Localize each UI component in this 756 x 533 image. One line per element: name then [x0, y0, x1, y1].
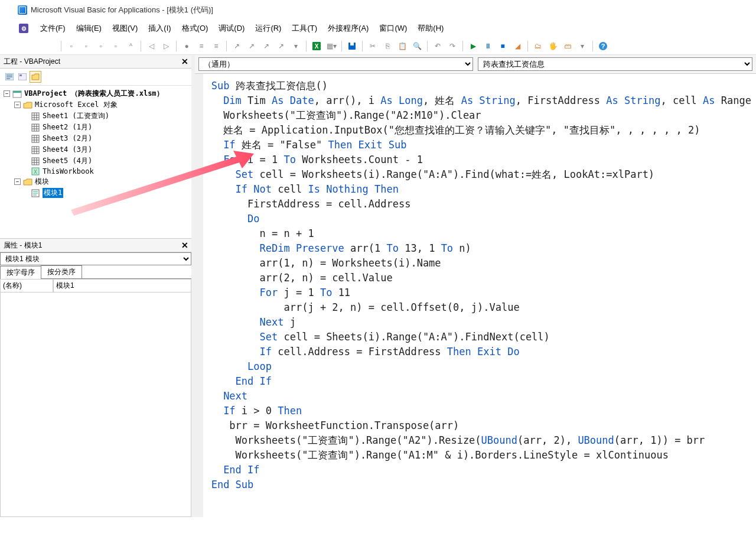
- copy-icon[interactable]: ⎘: [381, 40, 394, 53]
- menu-debug[interactable]: 调试(D): [214, 21, 249, 35]
- properties-icon[interactable]: 🖐: [546, 40, 559, 53]
- tree-sheet[interactable]: Sheet1 (工资查询): [4, 110, 188, 122]
- menu-addins[interactable]: 外接程序(A): [323, 21, 373, 35]
- tree-excel-objects[interactable]: − Microsoft Excel 对象: [4, 99, 188, 110]
- code-line[interactable]: If cell.Address = FirstAddress Then Exit…: [211, 344, 751, 359]
- code-line[interactable]: 姓名 = Application.InputBox("您想查找谁的工资？请输入关…: [211, 123, 751, 138]
- tree-sheet-label[interactable]: Sheet3 (2月): [43, 134, 92, 144]
- tree-excel-objects-label[interactable]: Microsoft Excel 对象: [35, 100, 118, 110]
- code-line[interactable]: Dim Tim As Date, arr(), i As Long, 姓名 As…: [211, 93, 751, 108]
- object-dropdown[interactable]: （通用）: [198, 57, 473, 71]
- save-icon[interactable]: [346, 40, 359, 53]
- menu-run[interactable]: 运行(R): [250, 21, 286, 35]
- code-line[interactable]: Worksheets("工资查询").Range("A2:M10").Clear: [211, 108, 751, 123]
- close-icon[interactable]: ✕: [180, 240, 190, 251]
- tool-btn-5[interactable]: ᴬ: [124, 40, 137, 53]
- tree-sheet-label[interactable]: Sheet4 (3月): [43, 145, 92, 155]
- code-editor[interactable]: Sub 跨表查找工资信息() Dim Tim As Date, arr(), i…: [195, 74, 756, 517]
- tree-root[interactable]: − VBAProject （跨表搜索人员工资.xlsm）: [4, 88, 188, 99]
- tool-btn-12[interactable]: ↗: [245, 40, 258, 53]
- tree-module1[interactable]: 模块1: [4, 187, 188, 199]
- tool-btn-3[interactable]: ▫: [94, 40, 107, 53]
- tree-sheet[interactable]: Sheet4 (3月): [4, 144, 188, 155]
- code-line[interactable]: n = n + 1: [211, 226, 751, 241]
- code-line[interactable]: If Not cell Is Nothing Then: [211, 182, 751, 197]
- dropdown-icon[interactable]: ▾: [576, 40, 589, 53]
- tree-sheet-label[interactable]: Sheet2 (1月): [43, 122, 92, 132]
- tool-btn-1[interactable]: ▫: [65, 40, 78, 53]
- tab-alphabetic[interactable]: 按字母序: [0, 266, 41, 279]
- code-line[interactable]: For j = 1 To 11: [211, 285, 751, 300]
- code-line[interactable]: If 姓名 = "False" Then Exit Sub: [211, 138, 751, 152]
- close-icon[interactable]: ✕: [180, 56, 190, 67]
- code-line[interactable]: Do: [211, 212, 751, 226]
- tool-btn-4[interactable]: ▫: [109, 40, 122, 53]
- collapse-icon[interactable]: −: [14, 178, 21, 185]
- view-object-icon[interactable]: [17, 71, 28, 83]
- tool-btn-15[interactable]: ▾: [289, 40, 302, 53]
- prop-name-value[interactable]: 模块1: [53, 279, 191, 292]
- design-icon[interactable]: ◢: [511, 40, 524, 53]
- project-icon[interactable]: 🗂: [532, 40, 545, 53]
- tool-btn-2[interactable]: ▫: [80, 40, 93, 53]
- code-line[interactable]: If i > 0 Then: [211, 404, 751, 418]
- menu-window[interactable]: 窗口(W): [374, 21, 412, 35]
- tree-modules-label[interactable]: 模块: [35, 177, 49, 187]
- code-line[interactable]: arr(1, n) = Worksheets(i).Name: [211, 256, 751, 271]
- tool-btn-10[interactable]: ≡: [210, 40, 223, 53]
- view-code-icon[interactable]: [4, 71, 15, 83]
- menu-insert[interactable]: 插入(I): [144, 21, 175, 35]
- tree-thisworkbook[interactable]: XThisWorkbook: [4, 167, 188, 176]
- code-line[interactable]: For i = 1 To Worksheets.Count - 1: [211, 152, 751, 167]
- tool-btn-11[interactable]: ↗: [230, 40, 243, 53]
- tool-btn-13[interactable]: ↗: [260, 40, 273, 53]
- menu-help[interactable]: 帮助(H): [413, 21, 448, 35]
- tree-module1-label[interactable]: 模块1: [43, 188, 63, 198]
- outdent-icon[interactable]: ◁: [145, 40, 158, 53]
- code-line[interactable]: End If: [211, 463, 751, 477]
- menu-edit[interactable]: 编辑(E): [71, 21, 106, 35]
- object-browser-icon[interactable]: 🗃: [561, 40, 574, 53]
- undo-icon[interactable]: ↶: [431, 40, 444, 53]
- run-icon[interactable]: ▶: [467, 40, 480, 53]
- code-line[interactable]: Next: [211, 389, 751, 404]
- code-line[interactable]: arr(2, n) = cell.Value: [211, 271, 751, 285]
- code-line[interactable]: brr = WorksheetFunction.Transpose(arr): [211, 418, 751, 433]
- tab-categorized[interactable]: 按分类序: [41, 265, 82, 278]
- code-line[interactable]: ReDim Preserve arr(1 To 13, 1 To n): [211, 241, 751, 256]
- tree-modules-folder[interactable]: − 模块: [4, 176, 188, 187]
- menu-format[interactable]: 格式(O): [177, 21, 213, 35]
- tool-btn-14[interactable]: ↗: [275, 40, 288, 53]
- tool-btn-17[interactable]: ▦▾: [325, 40, 338, 53]
- paste-icon[interactable]: 📋: [396, 40, 409, 53]
- code-line[interactable]: Set cell = Worksheets(i).Range("A:A").Fi…: [211, 167, 751, 182]
- tree-sheet[interactable]: Sheet5 (4月): [4, 155, 188, 167]
- code-line[interactable]: FirstAddress = cell.Address: [211, 197, 751, 212]
- procedure-dropdown[interactable]: 跨表查找工资信息: [478, 57, 752, 71]
- tree-sheet-label[interactable]: Sheet1 (工资查询): [43, 111, 109, 121]
- tree-thisworkbook-label[interactable]: ThisWorkbook: [43, 167, 94, 176]
- tree-sheet[interactable]: Sheet2 (1月): [4, 122, 188, 133]
- menu-view[interactable]: 视图(V): [107, 21, 142, 35]
- code-line[interactable]: Loop: [211, 359, 751, 374]
- tree-root-label[interactable]: VBAProject （跨表搜索人员工资.xlsm）: [24, 89, 164, 99]
- toggle-folders-icon[interactable]: [30, 71, 41, 83]
- menu-file[interactable]: 文件(F): [35, 21, 70, 35]
- excel-icon[interactable]: X: [310, 40, 323, 53]
- indent-icon[interactable]: ▷: [159, 40, 172, 53]
- tree-sheet-label[interactable]: Sheet5 (4月): [43, 156, 92, 166]
- code-line[interactable]: End If: [211, 374, 751, 389]
- redo-icon[interactable]: ↷: [446, 40, 459, 53]
- menu-tools[interactable]: 工具(T): [287, 21, 322, 35]
- project-tree[interactable]: − VBAProject （跨表搜索人员工资.xlsm） − Microsoft…: [0, 86, 191, 238]
- code-line[interactable]: arr(j + 2, n) = cell.Offset(0, j).Value: [211, 300, 751, 315]
- properties-object-combo[interactable]: 模块1 模块: [0, 252, 191, 265]
- tool-btn-9[interactable]: ≡: [195, 40, 208, 53]
- find-icon[interactable]: 🔍: [410, 40, 423, 53]
- code-line[interactable]: End Sub: [211, 477, 751, 492]
- pause-icon[interactable]: ⏸: [481, 40, 494, 53]
- collapse-icon[interactable]: −: [14, 102, 21, 108]
- collapse-icon[interactable]: −: [4, 90, 10, 97]
- code-line[interactable]: Sub 跨表查找工资信息(): [211, 79, 751, 93]
- code-line[interactable]: Next j: [211, 315, 751, 330]
